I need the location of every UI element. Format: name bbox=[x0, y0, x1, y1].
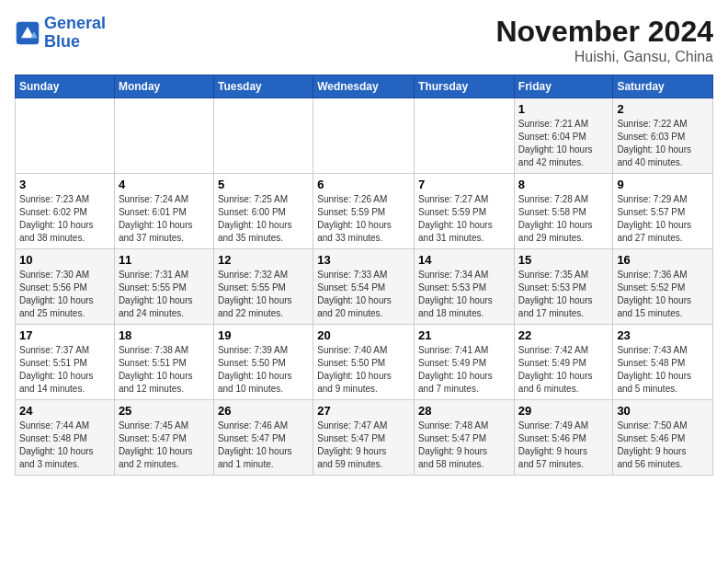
calendar-cell: 3Sunrise: 7:23 AM Sunset: 6:02 PM Daylig… bbox=[16, 174, 115, 249]
day-info: Sunrise: 7:31 AM Sunset: 5:55 PM Dayligh… bbox=[119, 269, 210, 320]
day-info: Sunrise: 7:39 AM Sunset: 5:50 PM Dayligh… bbox=[218, 344, 309, 396]
calendar-cell: 9Sunrise: 7:29 AM Sunset: 5:57 PM Daylig… bbox=[613, 174, 713, 249]
calendar-cell bbox=[16, 98, 115, 174]
day-number: 2 bbox=[617, 102, 709, 116]
day-info: Sunrise: 7:24 AM Sunset: 6:01 PM Dayligh… bbox=[119, 193, 210, 245]
day-info: Sunrise: 7:44 AM Sunset: 5:48 PM Dayligh… bbox=[19, 419, 110, 471]
calendar-cell: 29Sunrise: 7:49 AM Sunset: 5:46 PM Dayli… bbox=[514, 400, 613, 476]
day-info: Sunrise: 7:34 AM Sunset: 5:53 PM Dayligh… bbox=[418, 269, 510, 320]
header-day-tuesday: Tuesday bbox=[213, 75, 313, 98]
calendar-cell: 17Sunrise: 7:37 AM Sunset: 5:51 PM Dayli… bbox=[16, 325, 115, 400]
day-number: 25 bbox=[119, 404, 210, 418]
header-day-monday: Monday bbox=[114, 75, 213, 98]
header-day-saturday: Saturday bbox=[613, 75, 713, 98]
day-info: Sunrise: 7:43 AM Sunset: 5:48 PM Dayligh… bbox=[617, 344, 709, 396]
day-number: 21 bbox=[418, 328, 510, 342]
day-number: 22 bbox=[518, 328, 609, 342]
day-number: 27 bbox=[317, 404, 410, 418]
calendar-cell: 30Sunrise: 7:50 AM Sunset: 5:46 PM Dayli… bbox=[613, 400, 713, 476]
day-number: 17 bbox=[19, 328, 110, 342]
day-number: 28 bbox=[418, 404, 510, 418]
day-number: 13 bbox=[317, 253, 410, 267]
calendar-cell: 18Sunrise: 7:38 AM Sunset: 5:51 PM Dayli… bbox=[114, 325, 213, 400]
day-number: 23 bbox=[617, 328, 709, 342]
day-number: 3 bbox=[19, 178, 110, 191]
day-number: 4 bbox=[119, 178, 210, 191]
day-info: Sunrise: 7:48 AM Sunset: 5:47 PM Dayligh… bbox=[418, 419, 510, 471]
week-row-2: 3Sunrise: 7:23 AM Sunset: 6:02 PM Daylig… bbox=[16, 174, 713, 249]
day-info: Sunrise: 7:50 AM Sunset: 5:46 PM Dayligh… bbox=[617, 419, 709, 471]
calendar-cell: 26Sunrise: 7:46 AM Sunset: 5:47 PM Dayli… bbox=[213, 400, 313, 476]
day-info: Sunrise: 7:22 AM Sunset: 6:03 PM Dayligh… bbox=[617, 118, 709, 169]
day-info: Sunrise: 7:42 AM Sunset: 5:49 PM Dayligh… bbox=[518, 344, 609, 396]
day-info: Sunrise: 7:37 AM Sunset: 5:51 PM Dayligh… bbox=[19, 344, 110, 396]
calendar-cell: 2Sunrise: 7:22 AM Sunset: 6:03 PM Daylig… bbox=[613, 98, 713, 174]
day-number: 1 bbox=[518, 102, 609, 116]
day-info: Sunrise: 7:23 AM Sunset: 6:02 PM Dayligh… bbox=[19, 193, 110, 245]
day-number: 20 bbox=[317, 328, 410, 342]
day-info: Sunrise: 7:30 AM Sunset: 5:56 PM Dayligh… bbox=[19, 269, 110, 320]
title-block: November 2024 Huishi, Gansu, China bbox=[495, 15, 713, 65]
calendar-cell: 13Sunrise: 7:33 AM Sunset: 5:54 PM Dayli… bbox=[313, 249, 415, 325]
calendar-cell: 14Sunrise: 7:34 AM Sunset: 5:53 PM Dayli… bbox=[415, 249, 515, 325]
calendar-cell: 25Sunrise: 7:45 AM Sunset: 5:47 PM Dayli… bbox=[114, 400, 213, 476]
calendar-cell: 20Sunrise: 7:40 AM Sunset: 5:50 PM Dayli… bbox=[313, 325, 415, 400]
calendar-cell: 10Sunrise: 7:30 AM Sunset: 5:56 PM Dayli… bbox=[16, 249, 115, 325]
day-info: Sunrise: 7:46 AM Sunset: 5:47 PM Dayligh… bbox=[218, 419, 309, 471]
calendar-cell: 28Sunrise: 7:48 AM Sunset: 5:47 PM Dayli… bbox=[415, 400, 515, 476]
day-number: 7 bbox=[418, 178, 510, 191]
day-info: Sunrise: 7:29 AM Sunset: 5:57 PM Dayligh… bbox=[617, 193, 709, 245]
logo-text: General Blue bbox=[44, 15, 106, 52]
logo-line1: General bbox=[44, 14, 106, 32]
day-info: Sunrise: 7:41 AM Sunset: 5:49 PM Dayligh… bbox=[418, 344, 510, 396]
header-day-sunday: Sunday bbox=[16, 75, 115, 98]
calendar-cell: 6Sunrise: 7:26 AM Sunset: 5:59 PM Daylig… bbox=[313, 174, 415, 249]
day-info: Sunrise: 7:40 AM Sunset: 5:50 PM Dayligh… bbox=[317, 344, 410, 396]
day-number: 24 bbox=[19, 404, 110, 418]
day-number: 10 bbox=[19, 253, 110, 267]
calendar-cell: 5Sunrise: 7:25 AM Sunset: 6:00 PM Daylig… bbox=[213, 174, 313, 249]
calendar-cell: 8Sunrise: 7:28 AM Sunset: 5:58 PM Daylig… bbox=[514, 174, 613, 249]
day-number: 30 bbox=[617, 404, 709, 418]
calendar-cell: 16Sunrise: 7:36 AM Sunset: 5:52 PM Dayli… bbox=[613, 249, 713, 325]
calendar-cell: 4Sunrise: 7:24 AM Sunset: 6:01 PM Daylig… bbox=[114, 174, 213, 249]
calendar-cell: 24Sunrise: 7:44 AM Sunset: 5:48 PM Dayli… bbox=[16, 400, 115, 476]
day-info: Sunrise: 7:27 AM Sunset: 5:59 PM Dayligh… bbox=[418, 193, 510, 245]
day-number: 19 bbox=[218, 328, 309, 342]
day-number: 14 bbox=[418, 253, 510, 267]
page-title: November 2024 bbox=[495, 15, 713, 49]
header-day-friday: Friday bbox=[514, 75, 613, 98]
day-number: 12 bbox=[218, 253, 309, 267]
week-row-3: 10Sunrise: 7:30 AM Sunset: 5:56 PM Dayli… bbox=[16, 249, 713, 325]
day-info: Sunrise: 7:32 AM Sunset: 5:55 PM Dayligh… bbox=[218, 269, 309, 320]
day-number: 9 bbox=[617, 178, 709, 191]
calendar-cell: 15Sunrise: 7:35 AM Sunset: 5:53 PM Dayli… bbox=[514, 249, 613, 325]
logo: General Blue bbox=[15, 15, 106, 52]
day-info: Sunrise: 7:21 AM Sunset: 6:04 PM Dayligh… bbox=[518, 118, 609, 169]
calendar-cell bbox=[415, 98, 515, 174]
day-info: Sunrise: 7:25 AM Sunset: 6:00 PM Dayligh… bbox=[218, 193, 309, 245]
header-day-thursday: Thursday bbox=[415, 75, 515, 98]
calendar-table: SundayMondayTuesdayWednesdayThursdayFrid… bbox=[15, 75, 713, 476]
calendar-cell: 12Sunrise: 7:32 AM Sunset: 5:55 PM Dayli… bbox=[213, 249, 313, 325]
day-info: Sunrise: 7:33 AM Sunset: 5:54 PM Dayligh… bbox=[317, 269, 410, 320]
calendar-cell: 27Sunrise: 7:47 AM Sunset: 5:47 PM Dayli… bbox=[313, 400, 415, 476]
calendar-cell: 21Sunrise: 7:41 AM Sunset: 5:49 PM Dayli… bbox=[415, 325, 515, 400]
day-number: 16 bbox=[617, 253, 709, 267]
calendar-cell: 7Sunrise: 7:27 AM Sunset: 5:59 PM Daylig… bbox=[415, 174, 515, 249]
calendar-cell: 22Sunrise: 7:42 AM Sunset: 5:49 PM Dayli… bbox=[514, 325, 613, 400]
header-row: SundayMondayTuesdayWednesdayThursdayFrid… bbox=[16, 75, 713, 98]
day-info: Sunrise: 7:28 AM Sunset: 5:58 PM Dayligh… bbox=[518, 193, 609, 245]
calendar-cell: 11Sunrise: 7:31 AM Sunset: 5:55 PM Dayli… bbox=[114, 249, 213, 325]
calendar-cell bbox=[313, 98, 415, 174]
day-number: 18 bbox=[119, 328, 210, 342]
logo-icon bbox=[15, 20, 40, 46]
calendar-cell: 19Sunrise: 7:39 AM Sunset: 5:50 PM Dayli… bbox=[213, 325, 313, 400]
header-day-wednesday: Wednesday bbox=[313, 75, 415, 98]
week-row-1: 1Sunrise: 7:21 AM Sunset: 6:04 PM Daylig… bbox=[16, 98, 713, 174]
day-info: Sunrise: 7:38 AM Sunset: 5:51 PM Dayligh… bbox=[119, 344, 210, 396]
week-row-5: 24Sunrise: 7:44 AM Sunset: 5:48 PM Dayli… bbox=[16, 400, 713, 476]
day-number: 15 bbox=[518, 253, 609, 267]
page-header: General Blue November 2024 Huishi, Gansu… bbox=[15, 15, 713, 65]
day-number: 6 bbox=[317, 178, 410, 191]
